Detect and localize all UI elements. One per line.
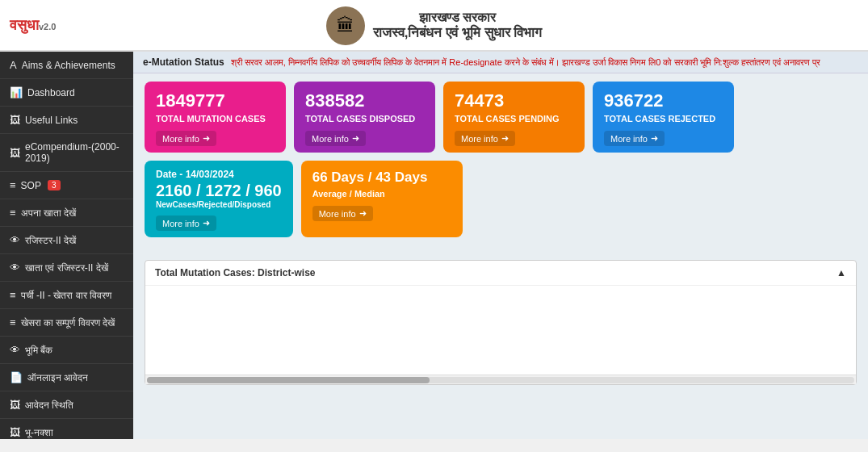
scrollbar-thumb	[147, 377, 430, 383]
more-info-arrow-6: ➜	[359, 208, 367, 219]
mutation-cases-label: TOTAL MUTATION CASES	[156, 113, 275, 124]
dashboard-icon: 📊	[10, 86, 23, 98]
header: वसुधाv2.0 🏛 झारखण्ड सरकार राजस्व,निबंधन …	[0, 0, 868, 52]
app-title: वसुधाv2.0	[10, 17, 56, 34]
sidebar-item-dashboard[interactable]: 📊 Dashboard	[0, 79, 133, 107]
scrollbar-track	[147, 377, 854, 383]
sidebar-label-apna-khata: अपना खाता देखें	[21, 207, 77, 219]
avg-label: Average / Median	[312, 188, 451, 199]
header-text: झारखण्ड सरकार राजस्व,निबंधन एवं भूमि सुध…	[373, 10, 543, 41]
disposed-cases-card[interactable]: 838582 TOTAL CASES DISPOSED More info ➜	[294, 82, 435, 153]
sidebar-item-online-avedan[interactable]: 📄 ऑनलाइन आवेदन	[0, 364, 133, 391]
disposed-cases-more-info[interactable]: More info ➜	[305, 131, 366, 146]
mutation-cases-more-info[interactable]: More info ➜	[156, 131, 216, 146]
stat-cards-row: 1849777 TOTAL MUTATION CASES More info ➜…	[145, 82, 857, 153]
rejected-cases-label: TOTAL CASES REJECTED	[604, 113, 723, 124]
mutation-cases-number: 1849777	[156, 91, 275, 111]
cards-section: 1849777 TOTAL MUTATION CASES More info ➜…	[133, 73, 868, 253]
avg-value: 66 Days / 43 Days	[312, 170, 451, 186]
sidebar: A Aims & Achievements 📊 Dashboard 🖼 Usef…	[0, 52, 133, 439]
sop-badge: 3	[48, 180, 61, 190]
khata-register-icon: 👁	[10, 262, 20, 274]
collapse-icon[interactable]: ▲	[837, 267, 846, 278]
sidebar-label-dashboard: Dashboard	[27, 87, 75, 98]
district-scrollbar[interactable]	[145, 375, 856, 384]
avedan-sthiti-icon: 🖼	[10, 399, 20, 411]
sidebar-label-useful-links: Useful Links	[25, 115, 78, 126]
status-label: e-Mutation Status	[143, 56, 224, 68]
sidebar-item-khata-register[interactable]: 👁 खाता एवं रजिस्टर-II देखें	[0, 254, 133, 282]
date-card[interactable]: Date - 14/03/2024 2160 / 1272 / 960 NewC…	[145, 161, 293, 237]
gov-label: झारखण्ड सरकार	[373, 10, 543, 25]
date-label: Date - 14/03/2024	[156, 169, 282, 180]
rejected-cases-card[interactable]: 936722 TOTAL CASES REJECTED More info ➜	[593, 82, 734, 153]
date-ratio: 2160 / 1272 / 960	[156, 182, 282, 200]
sidebar-label-aims: Aims & Achievements	[22, 60, 115, 71]
more-info-arrow-4: ➜	[651, 133, 658, 144]
sidebar-item-register2[interactable]: 👁 रजिस्टर-II देखें	[0, 227, 133, 254]
more-info-arrow-3: ➜	[501, 133, 509, 144]
mutation-cases-card[interactable]: 1849777 TOTAL MUTATION CASES More info ➜	[145, 82, 286, 153]
useful-links-icon: 🖼	[10, 114, 20, 126]
sidebar-label-khata-register: खाता एवं रजिस्टर-II देखें	[25, 262, 108, 274]
rejected-cases-number: 936722	[604, 91, 723, 111]
more-info-arrow-5: ➜	[203, 218, 210, 228]
sop-icon: ≡	[10, 179, 16, 191]
sidebar-item-khesra[interactable]: ≡ खेसरा का सम्पूर्ण विवरण देखें	[0, 309, 133, 337]
district-title: Total Mutation Cases: District-wise	[155, 267, 315, 278]
date-card-more-info[interactable]: More info ➜	[156, 216, 216, 231]
sidebar-label-sop: SOP	[21, 180, 41, 191]
sidebar-item-useful-links[interactable]: 🖼 Useful Links	[0, 107, 133, 134]
secondary-cards-row: Date - 14/03/2024 2160 / 1272 / 960 NewC…	[145, 161, 857, 237]
more-info-arrow-2: ➜	[352, 133, 359, 144]
sidebar-label-register2: रजिस्टर-II देखें	[25, 235, 76, 246]
apna-khata-icon: ≡	[10, 207, 16, 219]
sidebar-label-khesra: खेसरा का सम्पूर्ण विवरण देखें	[21, 317, 115, 329]
khesra-icon: ≡	[10, 316, 16, 329]
pending-cases-label: TOTAL CASES PENDING	[455, 113, 573, 124]
sidebar-label-parcel: पर्ची -II - खेतरा वार विवरण	[21, 290, 111, 301]
pending-cases-number: 74473	[455, 91, 573, 111]
sidebar-label-bhumi-bank: भूमि बैंक	[25, 345, 52, 356]
sidebar-label-avedan-sthiti: आवेदन स्थिति	[25, 400, 73, 411]
status-ticker: श्री सरवर आलम, निम्नवर्गीय लिपिक को उच्च…	[231, 57, 820, 68]
sidebar-item-aims[interactable]: A Aims & Achievements	[0, 52, 133, 79]
bhumi-bank-icon: 👁	[10, 344, 20, 356]
avg-more-info[interactable]: More info ➜	[312, 206, 373, 221]
header-logo: 🏛 झारखण्ड सरकार राजस्व,निबंधन एवं भूमि स…	[0, 6, 868, 45]
sidebar-label-bhu-naksha: भू-नक्शा	[25, 427, 53, 438]
date-ratio-label: NewCases/Rejected/Disposed	[156, 200, 282, 209]
sidebar-item-bhu-naksha[interactable]: 🖼 भू-नक्शा	[0, 419, 133, 439]
dept-label: राजस्व,निबंधन एवं भूमि सुधार विभाग	[373, 25, 543, 41]
sidebar-item-ecompendium[interactable]: 🖼 eCompendium-(2000-2019)	[0, 134, 133, 172]
rejected-cases-more-info[interactable]: More info ➜	[604, 131, 665, 146]
sidebar-item-apna-khata[interactable]: ≡ अपना खाता देखें	[0, 199, 133, 227]
avg-card[interactable]: 66 Days / 43 Days Average / Median More …	[301, 161, 463, 237]
sidebar-label-online-avedan: ऑनलाइन आवेदन	[27, 372, 88, 383]
sidebar-item-avedan-sthiti[interactable]: 🖼 आवेदन स्थिति	[0, 391, 133, 419]
more-info-arrow-1: ➜	[203, 133, 210, 144]
register2-icon: 👁	[10, 234, 20, 246]
district-content	[145, 286, 856, 375]
content-area: e-Mutation Status श्री सरवर आलम, निम्नवर…	[133, 52, 868, 439]
pending-cases-card[interactable]: 74473 TOTAL CASES PENDING More info ➜	[443, 82, 585, 153]
disposed-cases-number: 838582	[305, 91, 424, 111]
sidebar-item-bhumi-bank[interactable]: 👁 भूमि बैंक	[0, 337, 133, 364]
emblem-icon: 🏛	[326, 6, 365, 45]
bhu-naksha-icon: 🖼	[10, 426, 20, 438]
sidebar-item-parcel[interactable]: ≡ पर्ची -II - खेतरा वार विवरण	[0, 282, 133, 309]
ecompendium-icon: 🖼	[10, 147, 20, 159]
district-section: Total Mutation Cases: District-wise ▲	[145, 260, 857, 385]
online-avedan-icon: 📄	[10, 371, 23, 383]
main-layout: A Aims & Achievements 📊 Dashboard 🖼 Usef…	[0, 52, 868, 439]
status-bar: e-Mutation Status श्री सरवर आलम, निम्नवर…	[133, 52, 868, 73]
aims-icon: A	[10, 59, 17, 71]
sidebar-item-sop[interactable]: ≡ SOP 3	[0, 172, 133, 199]
district-header: Total Mutation Cases: District-wise ▲	[145, 261, 856, 286]
pending-cases-more-info[interactable]: More info ➜	[455, 131, 515, 146]
disposed-cases-label: TOTAL CASES DISPOSED	[305, 113, 424, 124]
parcel-icon: ≡	[10, 289, 16, 301]
sidebar-label-ecompendium: eCompendium-(2000-2019)	[25, 141, 124, 164]
